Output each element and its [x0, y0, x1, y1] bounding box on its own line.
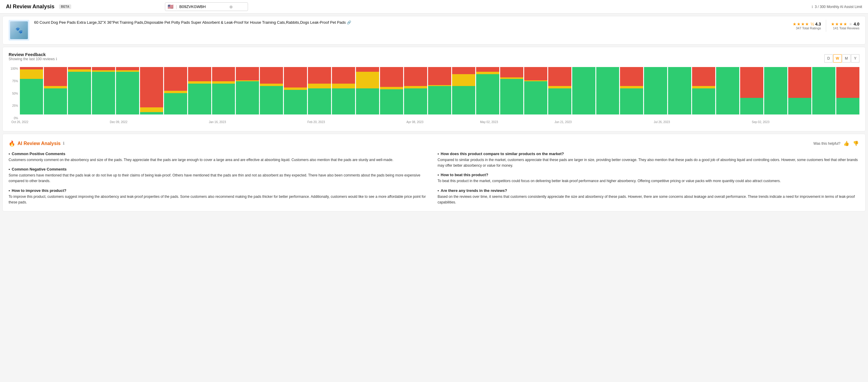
- bar-col-19: [476, 67, 499, 115]
- bar-red: [428, 67, 451, 85]
- bar-col-28: [692, 67, 715, 115]
- helpful-label: Was this helpful?: [813, 141, 840, 146]
- time-btn-d[interactable]: D: [825, 54, 833, 63]
- bar-green: [476, 74, 499, 115]
- bar-red: [308, 67, 331, 84]
- ai-left-item-1: •Common Negative CommentsSome customers …: [9, 167, 430, 184]
- beta-badge: BETA: [59, 4, 71, 9]
- thumbs-up-button[interactable]: 👍: [843, 140, 850, 147]
- bar-green: [260, 86, 283, 115]
- bar-green: [116, 72, 139, 115]
- ai-left-column: •Common Positive CommentsCustomers commo…: [9, 152, 430, 205]
- ai-right-item-1: •How to beat this product?To beat this p…: [438, 172, 859, 184]
- bar-yellow: [356, 72, 379, 88]
- bar-col-9: [236, 67, 259, 115]
- bar-red: [116, 67, 139, 70]
- chart-bars: [20, 67, 859, 115]
- bar-col-1: [44, 67, 67, 115]
- bar-yellow: [140, 107, 163, 112]
- bars-area: Oct 26, 2022Dec 09, 2022Jan 16, 2023Feb …: [20, 67, 859, 120]
- bar-col-14: [356, 67, 379, 115]
- bar-col-25: [620, 67, 643, 115]
- bar-yellow: [692, 86, 715, 88]
- bar-yellow: [404, 86, 427, 88]
- info-icon-ai: ℹ: [63, 141, 64, 146]
- feedback-section: Review Feedback Showing the last 100 rev…: [2, 47, 866, 131]
- fire-icon: 🔥: [9, 140, 15, 147]
- bar-col-10: [260, 67, 283, 115]
- thumbs-down-button[interactable]: 👎: [852, 140, 859, 147]
- time-filter[interactable]: D W M Y: [825, 54, 859, 63]
- bar-red: [692, 67, 715, 86]
- ai-item-text: Some customers have mentioned that the p…: [9, 172, 430, 184]
- time-btn-m[interactable]: M: [842, 54, 850, 63]
- ai-item-text: Compared to similar products in the mark…: [438, 157, 859, 168]
- bar-green: [20, 79, 43, 115]
- search-input[interactable]: [180, 4, 227, 9]
- y-label-25: 25%: [12, 104, 18, 107]
- bar-col-5: [140, 67, 163, 115]
- info-icon-feedback: ℹ: [56, 57, 57, 61]
- x-label-1: Dec 09, 2022: [110, 120, 128, 124]
- bar-yellow: [308, 84, 331, 88]
- bar-green: [500, 79, 523, 115]
- bar-green: [764, 67, 787, 115]
- flag-icon: 🇺🇸: [167, 4, 174, 9]
- bar-col-11: [284, 67, 307, 115]
- bar-green: [428, 86, 451, 115]
- ai-item-text: To improve this product, customers sugge…: [9, 194, 430, 205]
- ai-content: •Common Positive CommentsCustomers commo…: [9, 152, 859, 205]
- bar-red: [332, 67, 355, 84]
- bar-col-13: [332, 67, 355, 115]
- bar-yellow: [380, 87, 403, 89]
- stars-reviews: ★★★★: [831, 22, 847, 26]
- search-bar[interactable]: 🇺🇸 | ⊗: [165, 2, 248, 11]
- bar-col-22: [548, 67, 571, 115]
- ai-section-header: 🔥 AI Review Analysis ℹ Was this helpful?…: [9, 140, 859, 147]
- bar-red: [500, 67, 523, 77]
- y-axis: 100% 75% 50% 25% 0%: [9, 67, 20, 120]
- ai-item-title: •How does this product compare to simila…: [438, 152, 859, 156]
- bar-green: [332, 88, 355, 115]
- feedback-title: Review Feedback: [9, 52, 57, 57]
- bar-col-21: [524, 67, 547, 115]
- bar-red: [92, 67, 115, 70]
- bar-red: [548, 67, 571, 86]
- bar-green: [356, 88, 379, 115]
- ai-right-item-0: •How does this product compare to simila…: [438, 152, 859, 168]
- bar-col-30: [740, 67, 763, 115]
- bar-red: [44, 67, 67, 86]
- feedback-subtitle: Showing the last 100 reviews ℹ: [9, 57, 57, 61]
- bar-col-27: [668, 67, 691, 115]
- bar-green: [188, 84, 211, 115]
- time-btn-y[interactable]: Y: [851, 54, 859, 63]
- bar-green: [284, 90, 307, 115]
- product-section: 60 Count Dog Pee Pads Extra Large,32"X 3…: [2, 16, 866, 44]
- bar-red: [740, 67, 763, 98]
- bar-col-12: [308, 67, 331, 115]
- x-label-7: Jul 26, 2023: [654, 120, 670, 124]
- bar-col-17: [428, 67, 451, 115]
- author-icon[interactable]: 🔗: [347, 21, 351, 25]
- bar-yellow: [212, 81, 235, 84]
- clear-icon[interactable]: ⊗: [229, 4, 233, 9]
- x-label-8: Sep 02, 2023: [752, 120, 770, 124]
- helpful-section: Was this helpful? 👍 👎: [813, 140, 859, 147]
- bar-red: [404, 67, 427, 86]
- bar-col-7: [188, 67, 211, 115]
- star-rating-group: ★★★★½ 4.3 347 Total Ratings: [793, 22, 821, 30]
- rating-number: 4.3: [815, 22, 821, 26]
- bar-red: [212, 67, 235, 81]
- bar-col-3: [92, 67, 115, 115]
- ai-item-text: Based on the reviews over time, it seems…: [438, 194, 859, 205]
- ai-item-title: •Common Positive Comments: [9, 152, 430, 156]
- bar-green: [692, 88, 715, 115]
- bar-yellow: [20, 69, 43, 79]
- bar-yellow: [476, 72, 499, 74]
- bar-col-33: [812, 67, 835, 115]
- bar-yellow: [452, 74, 475, 86]
- bar-green: [44, 88, 67, 115]
- bar-red: [356, 67, 379, 72]
- time-btn-w[interactable]: W: [833, 54, 842, 63]
- bar-yellow: [260, 84, 283, 86]
